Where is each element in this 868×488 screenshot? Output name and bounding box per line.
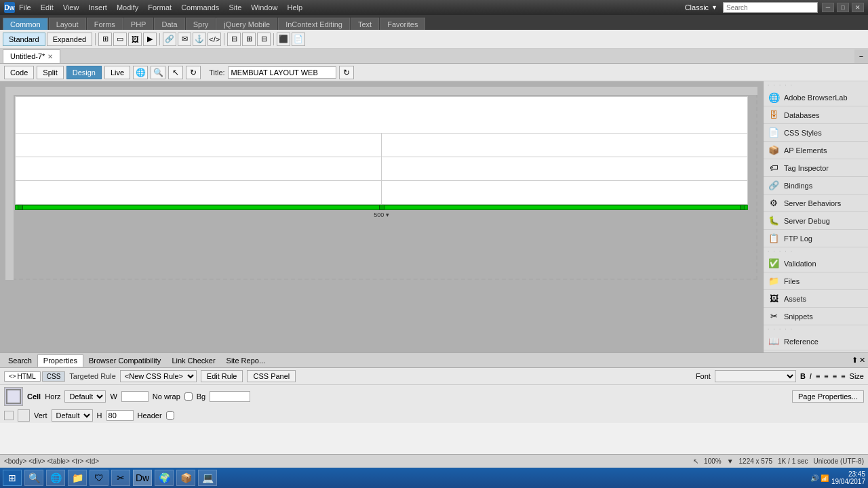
menu-site[interactable]: Site	[229, 3, 241, 12]
html-tab[interactable]: <> HTML	[4, 371, 41, 382]
panel-item-css-styles[interactable]: 📄 CSS Styles	[764, 124, 868, 142]
nav-tab-forms[interactable]: Forms	[87, 18, 123, 30]
bold-button[interactable]: B	[800, 372, 806, 380]
inspect-icon[interactable]: 🔍	[151, 66, 165, 79]
search-box[interactable]	[723, 2, 818, 13]
italic-button[interactable]: I	[810, 372, 812, 380]
bg-input[interactable]	[210, 391, 250, 402]
panel-item-server-behaviors[interactable]: ⚙ Server Behaviors	[764, 195, 868, 212]
script-icon[interactable]: </>	[208, 33, 221, 46]
nav-tab-data[interactable]: Data	[154, 18, 184, 30]
panel-item-validation[interactable]: ✅ Validation	[764, 255, 868, 272]
horz-select[interactable]: Default	[64, 390, 106, 403]
nav-tab-php[interactable]: PHP	[123, 18, 154, 30]
table-footer-icon[interactable]: ⊟	[257, 33, 271, 46]
menu-help[interactable]: Help	[287, 3, 302, 12]
panel-item-ap-elements[interactable]: 📦 AP Elements	[764, 142, 868, 159]
taskbar-terminal[interactable]: 💻	[198, 470, 217, 486]
menu-view[interactable]: View	[63, 3, 79, 12]
panel-item-snippets[interactable]: ✂ Snippets	[764, 308, 868, 325]
handle-center[interactable]	[379, 205, 384, 210]
live-preview-icon[interactable]: 🌐	[133, 66, 148, 79]
doc-tab-untitled[interactable]: Untitled-7* ✕	[3, 49, 60, 63]
css-tab[interactable]: CSS	[42, 371, 66, 382]
cursor-icon[interactable]: ↖	[168, 66, 183, 79]
panel-tab-link-checker[interactable]: Link Checker	[166, 354, 220, 367]
font-select[interactable]	[715, 370, 796, 382]
menu-file[interactable]: File	[19, 3, 31, 12]
collapse-panel-icon[interactable]: −	[854, 49, 868, 63]
taskbar-defender[interactable]: 🛡	[90, 470, 108, 486]
taskbar-store[interactable]: 📦	[176, 470, 195, 486]
refresh-icon[interactable]: ↻	[339, 66, 354, 79]
handle-right[interactable]	[740, 205, 745, 210]
panel-tab-search[interactable]: Search	[3, 354, 37, 367]
workspace-dropdown-icon[interactable]: ▼	[711, 4, 717, 11]
vert-select[interactable]: Default	[52, 409, 93, 422]
panel-tab-site-reports[interactable]: Site Repo...	[221, 354, 271, 367]
panel-item-reference[interactable]: 📖 Reference	[764, 333, 868, 350]
menu-insert[interactable]: Insert	[88, 3, 107, 12]
nav-tab-layout[interactable]: Layout	[49, 18, 86, 30]
template-icon[interactable]: 📄	[292, 33, 305, 46]
menu-format[interactable]: Format	[148, 3, 172, 12]
nav-tab-incontext[interactable]: InContext Editing	[278, 18, 350, 30]
align-justify-icon[interactable]: ≡	[841, 372, 845, 380]
menu-commands[interactable]: Commands	[181, 3, 219, 12]
panel-item-bindings[interactable]: 🔗 Bindings	[764, 177, 868, 195]
standard-button[interactable]: Standard	[3, 33, 45, 46]
collapse-panel-btn[interactable]: ✕	[859, 356, 865, 365]
close-button[interactable]: ✕	[852, 3, 864, 12]
live-view-button[interactable]: Live	[104, 66, 130, 79]
insert-div-icon[interactable]: ▭	[113, 33, 127, 46]
taskbar-browser-edge[interactable]: 🌐	[46, 470, 65, 486]
images-icon[interactable]: 🖼	[128, 33, 142, 46]
page-title-input[interactable]	[228, 66, 336, 79]
panel-item-assets[interactable]: 🖼 Assets	[764, 290, 868, 308]
email-icon[interactable]: ✉	[178, 33, 191, 46]
panel-item-databases[interactable]: 🗄 Databases	[764, 106, 868, 124]
taskbar-snip[interactable]: ✂	[111, 470, 130, 486]
menu-window[interactable]: Window	[251, 3, 277, 12]
search-input[interactable]	[726, 4, 814, 12]
taskbar-search[interactable]: 🔍	[24, 470, 43, 486]
code-view-button[interactable]: Code	[4, 66, 34, 79]
css-panel-button[interactable]: CSS Panel	[247, 370, 296, 382]
handle-left[interactable]	[18, 205, 23, 210]
height-input[interactable]	[106, 410, 134, 421]
align-right-icon[interactable]: ≡	[833, 372, 837, 380]
nav-tab-common[interactable]: Common	[3, 18, 48, 30]
menu-edit[interactable]: Edit	[41, 3, 54, 12]
expand-panel-icon[interactable]: ⬆	[852, 356, 858, 365]
maximize-button[interactable]: □	[837, 3, 849, 12]
menu-modify[interactable]: Modify	[117, 3, 138, 12]
panel-item-browser-lab[interactable]: 🌐 Adobe BrowserLab	[764, 89, 868, 106]
nav-tab-spry[interactable]: Spry	[186, 18, 216, 30]
nav-tab-favorites[interactable]: Favorites	[380, 18, 425, 30]
design-view-button[interactable]: Design	[66, 66, 102, 79]
table-icon[interactable]: ⊞	[98, 33, 112, 46]
panel-tab-browser-compat[interactable]: Browser Compatibility	[83, 354, 166, 367]
doc-tab-close[interactable]: ✕	[47, 53, 53, 60]
edit-rule-button[interactable]: Edit Rule	[201, 370, 243, 382]
split-view-button[interactable]: Split	[37, 66, 63, 79]
taskbar-explorer[interactable]: 📁	[68, 470, 87, 486]
table-header-icon[interactable]: ⊞	[242, 33, 256, 46]
nav-tab-text[interactable]: Text	[351, 18, 379, 30]
table-layout-icon[interactable]: ⊟	[227, 33, 241, 46]
frame-icon[interactable]: ⬛	[277, 33, 290, 46]
align-left-icon[interactable]: ≡	[816, 372, 820, 380]
panel-item-files[interactable]: 📁 Files	[764, 272, 868, 290]
align-center-icon[interactable]: ≡	[824, 372, 828, 380]
taskbar-dreamweaver[interactable]: Dw	[133, 470, 152, 486]
panel-item-server-debug[interactable]: 🐛 Server Debug	[764, 212, 868, 230]
panel-tab-properties[interactable]: Properties	[37, 354, 83, 367]
expanded-button[interactable]: Expanded	[47, 33, 93, 46]
width-input[interactable]	[121, 391, 149, 402]
targeted-rule-select[interactable]: <New CSS Rule>	[120, 370, 197, 382]
taskbar-chrome[interactable]: 🌍	[155, 470, 174, 486]
media-icon[interactable]: ▶	[143, 33, 157, 46]
hyperlink-icon[interactable]: 🔗	[163, 33, 176, 46]
anchor-icon[interactable]: ⚓	[193, 33, 206, 46]
sync-icon[interactable]: ↻	[186, 66, 201, 79]
